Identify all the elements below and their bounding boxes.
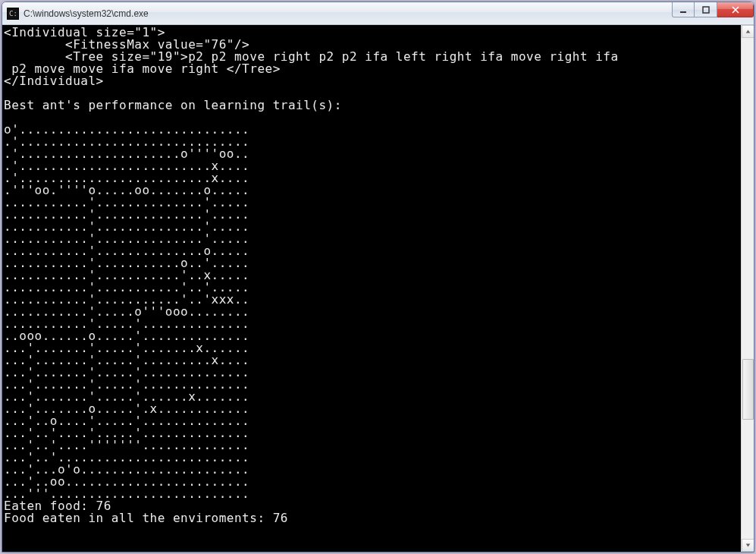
window-title: C:\windows\system32\cmd.exe (24, 8, 149, 19)
scroll-down-button[interactable] (742, 539, 754, 552)
scroll-up-button[interactable] (742, 25, 754, 38)
svg-text:C:: C: (9, 10, 17, 17)
maximize-button[interactable] (695, 2, 717, 17)
scroll-thumb[interactable] (742, 359, 754, 420)
minimize-button[interactable] (672, 2, 695, 17)
cmd-icon: C: (7, 8, 19, 20)
vertical-scrollbar[interactable] (741, 25, 754, 552)
titlebar[interactable]: C: C:\windows\system32\cmd.exe (2, 2, 754, 25)
svg-rect-4 (703, 7, 709, 13)
client-area: <Individual size="1"> <FitnessMax value=… (2, 25, 754, 552)
console-output: <Individual size="1"> <FitnessMax value=… (2, 25, 741, 552)
svg-marker-8 (746, 543, 751, 546)
svg-rect-3 (680, 11, 686, 13)
app-window: C: C:\windows\system32\cmd.exe <Individu… (2, 2, 754, 552)
close-button[interactable] (717, 2, 754, 17)
svg-marker-7 (746, 30, 751, 33)
window-controls (672, 2, 754, 24)
